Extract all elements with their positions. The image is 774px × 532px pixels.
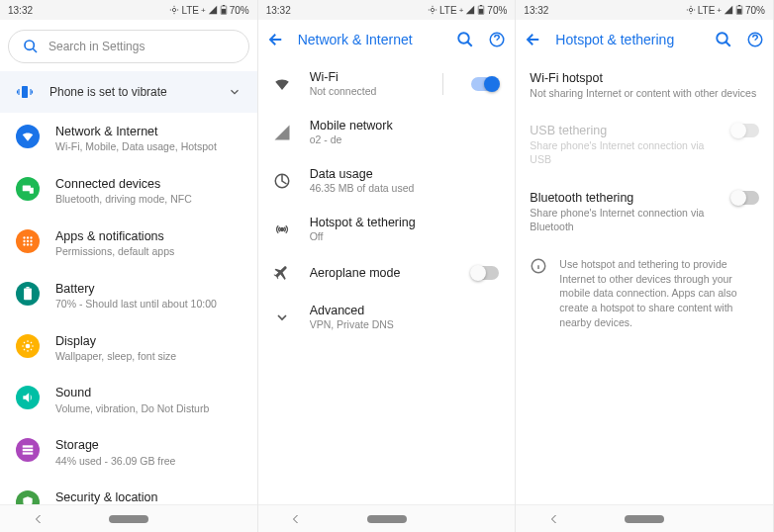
apps-icon [21,234,35,248]
svg-point-0 [173,8,176,11]
search-placeholder: Search in Settings [48,40,145,53]
banner-text: Phone is set to vibrate [49,85,167,99]
battery-pct: 70% [230,5,249,16]
svg-rect-34 [737,9,741,14]
status-bar: 13:32 LTE+ 70% [258,0,516,20]
back-nav-icon[interactable] [290,513,302,525]
signal-icon [273,124,291,141]
tethering-screen: 13:32 LTE+ 70% Hotspot & tethering Wi-Fi… [516,0,774,532]
network-screen: 13:32 LTE+ 70% Network & Internet Wi-FiN… [258,0,517,532]
mobile-row[interactable]: Mobile networko2 - de [258,108,516,156]
wifi-icon [21,130,35,143]
back-nav-icon[interactable] [548,513,560,525]
header: Hotspot & tethering [516,20,773,59]
data-icon [273,172,291,190]
advanced-row[interactable]: AdvancedVPN, Private DNS [258,293,516,341]
svg-point-31 [689,8,692,11]
svg-point-10 [30,236,32,238]
svg-point-8 [23,236,25,238]
svg-rect-20 [23,446,34,448]
back-button[interactable] [266,30,286,49]
svg-point-12 [27,240,29,242]
search-input[interactable]: Search in Settings [8,30,249,63]
storage-icon [21,443,35,457]
home-pill[interactable] [367,515,407,523]
airplane-switch[interactable] [471,266,499,280]
svg-point-19 [26,343,31,348]
hotspot-row[interactable]: Hotspot & tetheringOff [258,205,516,253]
setting-display[interactable]: DisplayWallpaper, sleep, font size [0,322,257,375]
setting-connected[interactable]: Connected devicesBluetooth, driving mode… [0,165,257,218]
hotspot-icon [273,221,291,238]
svg-rect-25 [480,5,482,6]
shield-icon [21,495,35,504]
wifi-icon [273,75,291,93]
svg-point-15 [27,243,29,245]
svg-point-16 [30,243,32,245]
chevron-down-icon [228,85,242,99]
page-title: Hotspot & tethering [555,32,702,47]
help-button[interactable] [745,30,765,49]
info-row: Use hotspot and tethering to provide Int… [516,245,773,341]
airplane-icon [273,264,291,282]
svg-rect-21 [23,449,34,451]
back-nav-icon[interactable] [33,513,45,525]
chevron-down-icon [274,310,290,325]
info-text: Use hotspot and tethering to provide Int… [559,257,759,329]
vibrate-icon [16,83,34,101]
svg-rect-6 [23,185,31,191]
search-icon [23,39,39,54]
svg-rect-3 [221,9,225,14]
svg-rect-18 [26,287,29,289]
svg-point-11 [23,240,25,242]
bluetooth-switch[interactable] [731,191,759,205]
setting-battery[interactable]: Battery70% - Should last until about 10:… [0,270,257,322]
wifi-row[interactable]: Wi-FiNot connected [258,59,516,108]
svg-point-9 [27,236,29,238]
svg-rect-7 [30,188,34,194]
status-time: 13:32 [8,5,33,16]
header: Network & Internet [258,20,516,59]
vibrate-banner[interactable]: Phone is set to vibrate [0,71,257,113]
wifi-switch[interactable] [471,77,499,91]
svg-rect-22 [23,453,34,455]
devices-icon [21,182,35,196]
setting-security[interactable]: Security & locationPlay Protect, screen … [0,479,257,504]
usb-tethering-row: USB tetheringShare phone's Internet conn… [516,112,773,178]
svg-point-4 [25,41,34,49]
svg-point-23 [431,8,434,11]
lte-label: LTE [181,5,199,16]
svg-rect-17 [24,288,32,300]
status-bar: 13:32 LTE+ 70% [0,0,257,20]
usb-switch [731,124,759,137]
wifi-hotspot-row[interactable]: Wi-Fi hotspotNot sharing Internet or con… [516,59,773,112]
home-pill[interactable] [109,515,148,523]
svg-point-14 [23,243,25,245]
settings-list: Network & InternetWi-Fi, Mobile, Data us… [0,113,257,504]
setting-sound[interactable]: SoundVolume, vibration, Do Not Disturb [0,374,257,426]
airplane-row[interactable]: Aeroplane mode [258,253,516,293]
home-pill[interactable] [625,515,664,523]
svg-rect-5 [22,86,28,98]
setting-network[interactable]: Network & InternetWi-Fi, Mobile, Data us… [0,113,257,165]
svg-point-13 [30,240,32,242]
status-right: LTE+ 70% [169,5,248,16]
search-button[interactable] [714,30,733,49]
help-button[interactable] [487,30,507,49]
setting-storage[interactable]: Storage44% used - 36.09 GB free [0,426,257,479]
back-button[interactable] [524,30,543,49]
data-usage-row[interactable]: Data usage46.35 MB of data used [258,156,516,205]
search-button[interactable] [455,30,475,49]
setting-apps[interactable]: Apps & notificationsPermissions, default… [0,218,257,270]
page-title: Network & Internet [298,32,444,47]
svg-point-27 [459,33,470,44]
svg-rect-33 [738,5,740,6]
sound-icon [21,391,35,404]
bluetooth-tethering-row[interactable]: Bluetooth tetheringShare phone's Interne… [516,179,773,245]
svg-point-30 [280,227,283,230]
svg-rect-2 [223,5,225,6]
status-bar: 13:32 LTE+ 70% [516,0,773,20]
svg-point-35 [717,33,727,44]
battery-icon [23,287,33,301]
brightness-icon [21,339,35,353]
